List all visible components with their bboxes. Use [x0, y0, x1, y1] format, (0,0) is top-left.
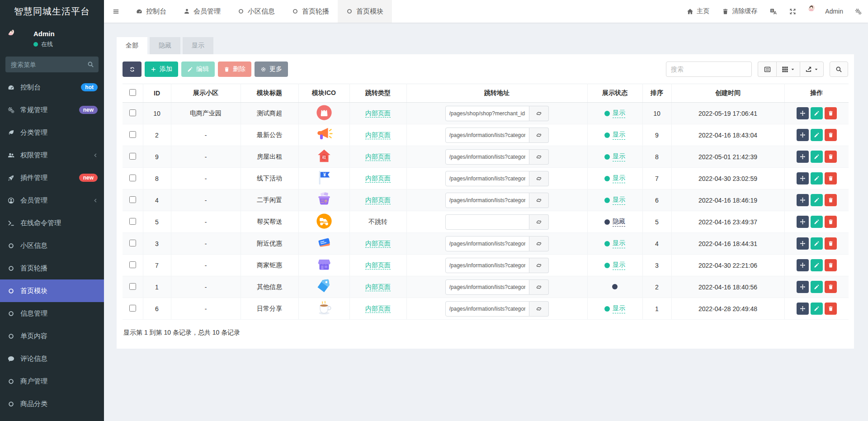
delete-row-button[interactable]	[825, 237, 837, 250]
sidebar-item-10[interactable]: 信息管理	[0, 302, 104, 325]
jump-url-input[interactable]	[445, 214, 529, 230]
edit-row-button[interactable]	[811, 281, 823, 293]
link-button[interactable]	[529, 301, 549, 317]
edit-row-button[interactable]	[811, 303, 823, 315]
add-button[interactable]: 添加	[145, 61, 178, 77]
export-button[interactable]	[800, 61, 824, 77]
move-button[interactable]	[797, 281, 809, 293]
filter-tab-1[interactable]: 隐藏	[150, 37, 180, 54]
row-checkbox[interactable]	[129, 305, 136, 312]
delete-row-button[interactable]	[825, 129, 837, 141]
status-badge[interactable]	[612, 284, 618, 289]
link-button[interactable]	[529, 171, 549, 186]
row-checkbox[interactable]	[129, 261, 136, 268]
delete-row-button[interactable]	[825, 216, 837, 228]
move-button[interactable]	[797, 194, 809, 206]
delete-button[interactable]: 删除	[218, 61, 251, 77]
link-button[interactable]	[529, 236, 549, 251]
jump-url-input[interactable]	[445, 258, 529, 273]
nav-tab-1[interactable]: 会员管理	[175, 0, 229, 23]
sidebar-item-4[interactable]: 插件管理new	[0, 166, 104, 189]
settings-button[interactable]	[849, 0, 868, 23]
sidebar-item-13[interactable]: 商户管理	[0, 370, 104, 393]
sidebar-item-7[interactable]: 小区信息	[0, 234, 104, 257]
jump-url-input[interactable]	[445, 301, 529, 317]
jump-type[interactable]: 内部页面	[365, 153, 391, 161]
jump-type[interactable]: 内部页面	[365, 131, 391, 139]
status-badge[interactable]: 显示	[604, 174, 625, 183]
sidebar-item-8[interactable]: 首页轮播	[0, 257, 104, 279]
jump-url-input[interactable]	[445, 171, 529, 186]
delete-row-button[interactable]	[825, 259, 837, 271]
sidebar-item-1[interactable]: 常规管理new	[0, 99, 104, 121]
jump-type[interactable]: 内部页面	[365, 109, 391, 118]
jump-url-input[interactable]	[445, 149, 529, 165]
move-button[interactable]	[797, 216, 809, 228]
search-toggle-button[interactable]	[830, 61, 848, 77]
move-button[interactable]	[797, 303, 809, 315]
jump-type[interactable]: 内部页面	[365, 175, 391, 183]
sidebar-item-2[interactable]: 分类管理	[0, 121, 104, 144]
row-checkbox[interactable]	[129, 218, 136, 225]
row-checkbox[interactable]	[129, 283, 136, 290]
row-checkbox[interactable]	[129, 109, 136, 116]
table-search-input[interactable]	[666, 61, 752, 77]
jump-url-input[interactable]	[445, 193, 529, 208]
jump-type[interactable]: 内部页面	[365, 283, 391, 291]
columns-button[interactable]	[776, 61, 800, 77]
sidebar-item-5[interactable]: 会员管理	[0, 189, 104, 212]
jump-url-input[interactable]	[445, 279, 529, 295]
status-badge[interactable]: 显示	[604, 131, 625, 140]
nav-tab-3[interactable]: 首页轮播	[283, 0, 338, 23]
filter-tab-0[interactable]: 全部	[117, 37, 147, 54]
fullscreen-button[interactable]	[783, 0, 802, 23]
home-link[interactable]: 主页	[680, 0, 716, 23]
jump-url-input[interactable]	[445, 236, 529, 251]
link-button[interactable]	[529, 149, 549, 165]
jump-type[interactable]: 内部页面	[365, 196, 391, 204]
link-button[interactable]	[529, 128, 549, 143]
status-badge[interactable]: 显示	[604, 152, 625, 161]
edit-row-button[interactable]	[811, 107, 823, 119]
move-button[interactable]	[797, 107, 809, 119]
edit-row-button[interactable]	[811, 172, 823, 184]
sidebar-item-3[interactable]: 权限管理	[0, 144, 104, 166]
link-button[interactable]	[529, 258, 549, 273]
delete-row-button[interactable]	[825, 281, 837, 293]
menu-search-input[interactable]	[5, 57, 99, 72]
jump-type[interactable]: 内部页面	[365, 240, 391, 248]
edit-row-button[interactable]	[811, 129, 823, 141]
status-badge[interactable]: 显示	[604, 109, 625, 118]
delete-row-button[interactable]	[825, 151, 837, 163]
clear-cache-link[interactable]: 清除缓存	[716, 0, 764, 23]
select-all-checkbox[interactable]	[129, 89, 136, 96]
delete-row-button[interactable]	[825, 107, 837, 119]
status-badge[interactable]: 显示	[604, 304, 625, 313]
row-checkbox[interactable]	[129, 240, 136, 246]
edit-row-button[interactable]	[811, 259, 823, 271]
delete-row-button[interactable]	[825, 194, 837, 206]
edit-row-button[interactable]	[811, 194, 823, 206]
link-button[interactable]	[529, 193, 549, 208]
move-button[interactable]	[797, 172, 809, 184]
jump-type[interactable]: 内部页面	[365, 261, 391, 270]
edit-button[interactable]: 编辑	[181, 61, 215, 77]
row-checkbox[interactable]	[129, 196, 136, 203]
edit-row-button[interactable]	[811, 151, 823, 163]
sidebar-toggle-button[interactable]	[104, 0, 127, 23]
detail-view-button[interactable]	[758, 61, 776, 77]
admin-menu[interactable]: Admin	[802, 0, 849, 23]
status-badge[interactable]: 显示	[604, 239, 625, 248]
nav-tab-0[interactable]: 控制台	[127, 0, 175, 23]
row-checkbox[interactable]	[129, 175, 136, 181]
language-button[interactable]: 文	[764, 0, 783, 23]
jump-url-input[interactable]	[445, 128, 529, 143]
status-badge[interactable]: 隐藏	[604, 218, 625, 227]
jump-url-input[interactable]	[445, 106, 529, 121]
link-button[interactable]	[529, 279, 549, 295]
jump-type[interactable]: 不跳转	[368, 218, 387, 225]
delete-row-button[interactable]	[825, 172, 837, 184]
sidebar-item-14[interactable]: 商品分类	[0, 393, 104, 415]
nav-tab-2[interactable]: 小区信息	[229, 0, 283, 23]
refresh-button[interactable]	[123, 61, 142, 77]
